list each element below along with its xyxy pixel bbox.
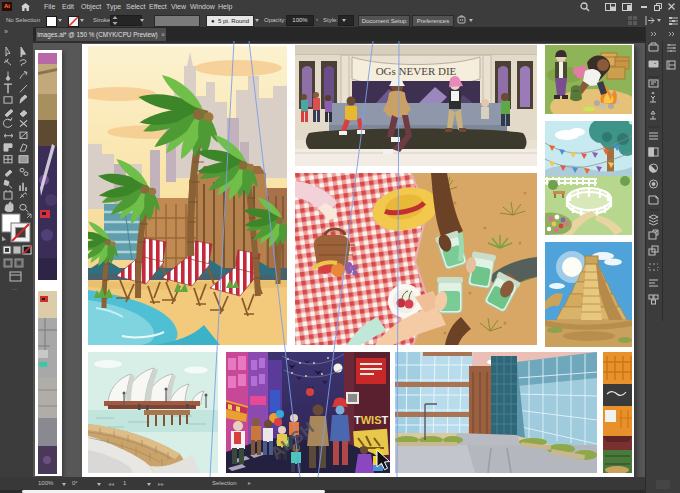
svg-text:TWIST: TWIST <box>354 414 389 426</box>
svg-text:OGs NEVER DIE: OGs NEVER DIE <box>376 65 457 77</box>
svg-text:...: ... <box>12 285 17 291</box>
